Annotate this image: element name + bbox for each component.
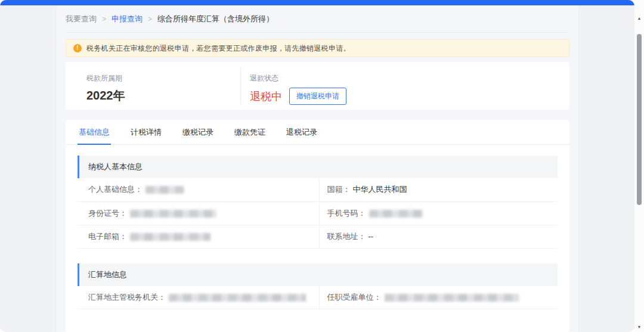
refund-status-label: 退款状态: [250, 73, 346, 83]
tab-payment-records[interactable]: 缴税记录: [181, 120, 215, 145]
breadcrumb-separator-icon: >: [102, 15, 106, 23]
page-background: 我要查询 > 申报查询 > 综合所得年度汇算（含境外所得） ! 税务机关正在审核…: [0, 0, 634, 332]
section-title-taxpayer-info: 纳税人基本信息: [78, 156, 558, 178]
refund-status-cell: 退款状态 退税中 撤销退税申请: [241, 62, 346, 110]
tax-period-label: 税款所属期: [86, 73, 240, 83]
field-label-id-number: 身份证号：: [88, 209, 127, 218]
refund-review-alert: ! 税务机关正在审核您的退税申请，若您需要更正或作废申报，请先撤销退税申请。: [66, 39, 569, 57]
detail-card: 基础信息 计税详情 缴税记录 缴款凭证 退税记录 纳税人基本信息 个人基础信息：: [66, 120, 569, 332]
scroll-down-icon[interactable]: ▼: [634, 322, 644, 331]
redacted-value-employer: [385, 294, 519, 302]
tab-refund-records[interactable]: 退税记录: [285, 120, 318, 145]
redacted-value-id-number: [130, 210, 216, 218]
section-title-settlement-info: 汇算地信息: [78, 263, 558, 286]
tab-basic-info[interactable]: 基础信息: [78, 120, 111, 145]
breadcrumb-item-query[interactable]: 我要查询: [66, 14, 97, 24]
top-nav-bar: [0, 0, 634, 5]
field-label-contact-address: 联系地址：: [327, 232, 366, 241]
redacted-value-personal-basic: [145, 186, 184, 194]
content-column: 我要查询 > 申报查询 > 综合所得年度汇算（含境外所得） ! 税务机关正在审核…: [66, 5, 569, 332]
field-label-nationality: 国籍：: [327, 185, 351, 194]
tab-content: 纳税人基本信息 个人基础信息： 国籍：中华人民共和国: [66, 145, 569, 309]
summary-card: 税款所属期 2022年 退款状态 退税中 撤销退税申请: [66, 62, 569, 110]
cancel-refund-button[interactable]: 撤销退税申请: [289, 88, 346, 105]
table-row: 电子邮箱： 联系地址：--: [78, 225, 558, 248]
alert-message: 税务机关正在审核您的退税申请，若您需要更正或作废申报，请先撤销退税申请。: [86, 44, 351, 54]
tax-period-value: 2022年: [86, 88, 240, 104]
field-label-tax-authority: 汇算地主管税务机关：: [88, 293, 166, 302]
tab-bar: 基础信息 计税详情 缴税记录 缴款凭证 退税记录: [66, 120, 569, 145]
table-row: 个人基础信息： 国籍：中华人民共和国: [78, 178, 558, 201]
breadcrumb-item-current: 综合所得年度汇算（含境外所得）: [157, 14, 274, 24]
field-label-email: 电子邮箱：: [88, 232, 127, 241]
field-value-nationality: 中华人民共和国: [353, 185, 407, 194]
field-label-employer: 任职受雇单位：: [327, 293, 382, 302]
tax-period-cell: 税款所属期 2022年: [66, 62, 240, 110]
breadcrumb-item-declaration-query[interactable]: 申报查询: [112, 14, 143, 24]
table-row: 汇算地主管税务机关： 任职受雇单位：: [78, 286, 558, 309]
field-label-personal-basic: 个人基础信息：: [88, 185, 143, 194]
field-value-contact-address: --: [369, 232, 374, 241]
redacted-value-phone: [369, 210, 423, 218]
breadcrumb: 我要查询 > 申报查询 > 综合所得年度汇算（含境外所得）: [66, 5, 569, 33]
table-row: 身份证号： 手机号码：: [78, 201, 558, 225]
field-label-phone: 手机号码：: [327, 209, 366, 218]
taxpayer-info-table: 个人基础信息： 国籍：中华人民共和国 身份证号： 手机号码：: [78, 178, 558, 249]
scroll-up-icon[interactable]: ▲: [634, 13, 644, 23]
tab-payment-voucher[interactable]: 缴款凭证: [233, 120, 267, 145]
redacted-value-tax-authority: [169, 294, 306, 302]
scrollbar-thumb[interactable]: [637, 34, 642, 205]
breadcrumb-separator-icon: >: [148, 15, 152, 23]
tax-app-window: 我要查询 > 申报查询 > 综合所得年度汇算（含境外所得） ! 税务机关正在审核…: [0, 0, 644, 332]
exclamation-circle-icon: !: [73, 44, 82, 52]
refund-status-value: 退税中: [250, 89, 282, 104]
redacted-value-email: [130, 233, 210, 241]
tab-tax-calculation[interactable]: 计税详情: [129, 120, 163, 145]
vertical-scrollbar[interactable]: ▲ ▼: [634, 0, 644, 332]
settlement-info-table: 汇算地主管税务机关： 任职受雇单位：: [78, 286, 558, 310]
